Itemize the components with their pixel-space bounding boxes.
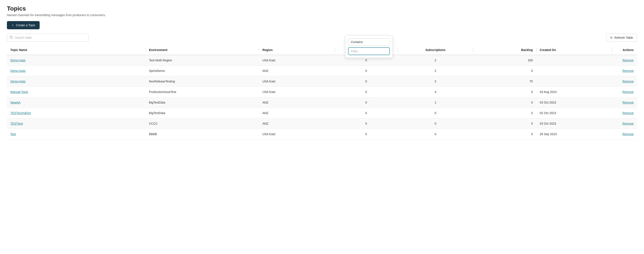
cell-topic-name: Demo-topic [7, 55, 146, 66]
cell-actions: Remove [612, 118, 637, 129]
refresh-button-label: Refresh Table [614, 36, 633, 39]
cell-subscriptions: 0 [398, 129, 473, 139]
topics-table: Topic Name Environment Region Producers … [7, 45, 637, 139]
filter-text-input[interactable] [348, 47, 390, 55]
topic-name-link[interactable]: Demo-topic [10, 69, 26, 72]
remove-link[interactable]: Remove [622, 58, 634, 62]
topic-name-link[interactable]: Demo-topic [10, 58, 26, 62]
cell-created-on: 03 Oct 2023 [536, 97, 612, 108]
search-icon [10, 35, 13, 40]
header-row: Topic Name Environment Region Producers … [7, 45, 637, 55]
page-title: Topics [7, 5, 637, 12]
search-input[interactable] [7, 33, 89, 42]
toolbar-right: ↻ Refresh Table [606, 33, 637, 42]
remove-link[interactable]: Remove [622, 101, 634, 104]
cell-producers: 0 [335, 87, 398, 97]
filter-contains-input[interactable] [348, 38, 390, 46]
cell-actions: Remove [612, 97, 637, 108]
search-container [7, 33, 89, 42]
cell-subscriptions: 1 [398, 97, 473, 108]
cell-environment: BigTestData [146, 108, 259, 118]
cell-actions: Remove [612, 129, 637, 139]
cell-topic-name: Manual-Topic [7, 87, 146, 97]
page-subtitle: Named channels for transmitting messages… [7, 13, 637, 17]
col-header-region: Region [259, 45, 334, 55]
cell-topic-name: TESTon2ndOct [7, 108, 146, 118]
cell-subscriptions: 4 [398, 87, 473, 97]
table-row: Demo-topic Test Multi Region USA East 0 … [7, 55, 637, 66]
refresh-table-button[interactable]: ↻ Refresh Table [606, 33, 637, 42]
svg-line-1 [12, 38, 12, 38]
cell-environment: CCCC [146, 118, 259, 129]
topic-name-link[interactable]: TESTtest [10, 122, 23, 125]
remove-link[interactable]: Remove [622, 80, 634, 83]
topic-name-link[interactable]: Demo-topic [10, 80, 26, 83]
cell-backlog: 75 [473, 76, 536, 87]
remove-link[interactable]: Remove [622, 132, 634, 136]
cell-actions: Remove [612, 76, 637, 87]
cell-topic-name: Test [7, 129, 146, 139]
cell-producers: 0 [335, 97, 398, 108]
cell-producers: 0 [335, 66, 398, 76]
plus-icon: ＋ [11, 23, 14, 27]
col-header-environment: Environment [146, 45, 259, 55]
cell-backlog: 0 [473, 66, 536, 76]
table-row: TESTon2ndOct BigTestData ANZ 0 0 0 02 Oc… [7, 108, 637, 118]
table-row: Demo-topic SprintDemo ANZ 0 2 0 Remove [7, 66, 637, 76]
cell-created-on: 28 Sep 2023 [536, 129, 612, 139]
cell-producers: 0 [335, 108, 398, 118]
topic-name-link[interactable]: Test [10, 132, 16, 136]
page-container: Topics Named channels for transmitting m… [0, 0, 644, 145]
create-topic-button[interactable]: ＋ Create a Topic [7, 21, 40, 29]
cell-producers: 0 [335, 76, 398, 87]
table-body: Demo-topic Test Multi Region USA East 0 … [7, 55, 637, 139]
cell-topic-name: Demo-topic [7, 66, 146, 76]
create-button-label: Create a Topic [16, 23, 35, 27]
cell-backlog: 0 [473, 97, 536, 108]
table-row: TESTtest CCCC ANZ 0 0 0 03 Oct 2023 Remo… [7, 118, 637, 129]
col-header-actions: Actions [612, 45, 637, 55]
refresh-icon: ↻ [610, 36, 613, 39]
cell-created-on: 03 Oct 2023 [536, 118, 612, 129]
cell-created-on: 02 Oct 2023 [536, 108, 612, 118]
cell-environment: BigTestData [146, 97, 259, 108]
cell-environment: SprintDemo [146, 66, 259, 76]
cell-region: ANZ [259, 108, 334, 118]
cell-region: USA East [259, 55, 334, 66]
cell-backlog: 0 [473, 108, 536, 118]
col-header-topic-name: Topic Name [7, 45, 146, 55]
cell-region: USA East [259, 129, 334, 139]
cell-region: ANZ [259, 97, 334, 108]
col-header-subscriptions: Subscriptions [398, 45, 473, 55]
table-row: Manual-Topic ProductionIssueTest USA Eas… [7, 87, 637, 97]
cell-region: ANZ [259, 118, 334, 129]
cell-subscriptions: 0 [398, 108, 473, 118]
col-header-created-on: Created On [536, 45, 612, 55]
toolbar: ↻ Refresh Table [7, 33, 637, 42]
cell-actions: Remove [612, 66, 637, 76]
cell-environment: NovReleaseTesting [146, 76, 259, 87]
cell-environment: Test Multi Region [146, 55, 259, 66]
cell-backlog: 0 [473, 118, 536, 129]
cell-actions: Remove [612, 87, 637, 97]
cell-producers: 0 [335, 118, 398, 129]
cell-actions: Remove [612, 108, 637, 118]
col-header-backlog: Backlog [473, 45, 536, 55]
cell-created-on [536, 66, 612, 76]
remove-link[interactable]: Remove [622, 69, 634, 72]
topic-name-link[interactable]: TESTon2ndOct [10, 111, 31, 115]
remove-link[interactable]: Remove [622, 90, 634, 94]
filter-dropdown [345, 35, 393, 58]
cell-backlog: 0 [473, 87, 536, 97]
table-row: Demo-topic NovReleaseTesting USA East 0 … [7, 76, 637, 87]
cell-subscriptions: 0 [398, 118, 473, 129]
cell-created-on [536, 55, 612, 66]
cell-subscriptions: 2 [398, 55, 473, 66]
topic-name-link[interactable]: Manual-Topic [10, 90, 28, 94]
remove-link[interactable]: Remove [622, 122, 634, 125]
cell-created-on [536, 76, 612, 87]
topic-name-link[interactable]: NewAA [10, 101, 20, 104]
remove-link[interactable]: Remove [622, 111, 634, 115]
cell-region: USA East [259, 76, 334, 87]
cell-subscriptions: 2 [398, 66, 473, 76]
